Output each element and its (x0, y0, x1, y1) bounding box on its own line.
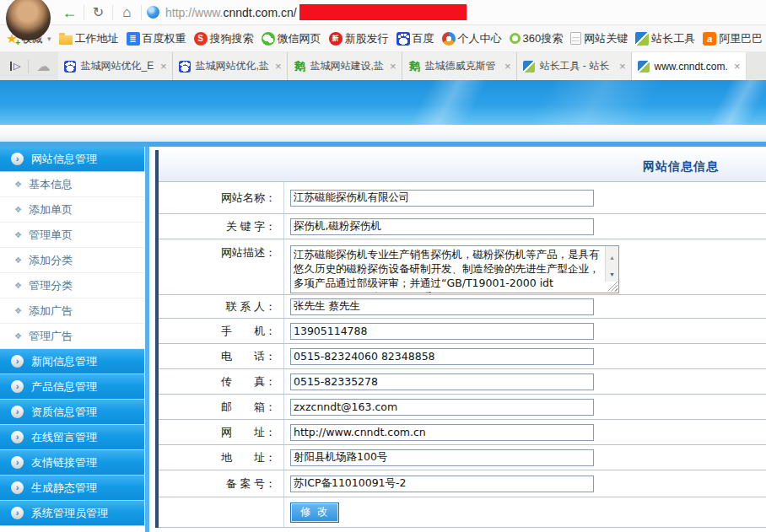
email-input[interactable] (290, 399, 594, 416)
diamond-icon: ❖ (14, 282, 22, 290)
tab-5[interactable]: 站长工具 - 站长 × (517, 52, 632, 80)
diamond-icon: ❖ (14, 256, 22, 265)
bookmark-new-stock[interactable]: 新 新股发行 (329, 31, 389, 46)
tab-6[interactable]: www.cnndt.com. × (632, 52, 747, 80)
mobile-input[interactable] (290, 323, 594, 340)
sidebar-item-basic-info[interactable]: ❖ 基本信息 (0, 172, 144, 197)
tab-4[interactable]: 鹅 盐城德威克斯管 × (402, 52, 517, 80)
field-label (159, 497, 284, 527)
chevron-down-icon[interactable]: ▾ (47, 35, 51, 43)
tab-3[interactable]: 鹅 盐城网站建设,盐 × (288, 52, 402, 80)
fax-input[interactable] (290, 373, 594, 390)
home-button[interactable]: ⌂ (113, 1, 141, 24)
bookmark-label: 百度权重 (143, 31, 186, 46)
bookmark-baidu-rank[interactable]: ≣ 百度权重 (127, 31, 186, 46)
sidebar-item-label: 管理分类 (29, 278, 73, 293)
browser-toolbar: ← ↻ ⌂ http://www.cnndt.com.cn/ (0, 0, 766, 25)
address-bar[interactable]: http://www.cnndt.com.cn/ (147, 0, 766, 25)
tab-1[interactable]: 盐城网站优化_E × (58, 52, 173, 80)
cloud-sync-icon[interactable]: ☁ (36, 60, 50, 73)
back-icon: ← (62, 5, 78, 20)
field-cell (284, 470, 766, 497)
site-description-textarea[interactable]: 江苏磁能探伤机专业生产销售探伤机，磁粉探伤机等产品，是具有悠久历史的磁粉探伤设备… (290, 245, 619, 293)
sidebar-item-friend-links-mgmt[interactable]: › 友情链接管理 (0, 450, 144, 476)
sidebar-item-news-info-mgmt[interactable]: › 新闻信息管理 (0, 349, 144, 374)
sidebar-item-label: 基本信息 (29, 177, 73, 192)
close-icon[interactable]: × (504, 61, 511, 72)
field-label: 传 真： (159, 369, 284, 394)
field-label: 邮 箱： (159, 395, 284, 419)
bookmark-360-search[interactable]: 360搜索 (510, 31, 564, 46)
sidebar-item-add-category[interactable]: ❖ 添加分类 (0, 248, 144, 273)
sidebar-item-qualification-info-mgmt[interactable]: › 资质信息管理 (0, 400, 144, 425)
collapse-tabs-icon[interactable]: ▷ (10, 62, 20, 71)
sidebar-item-product-info-mgmt[interactable]: › 产品信息管理 (0, 374, 144, 400)
form-row-email: 邮 箱： (159, 395, 766, 420)
user-center-icon (442, 32, 456, 46)
close-icon[interactable]: × (619, 61, 626, 72)
close-icon[interactable]: × (390, 61, 396, 72)
website-url-input[interactable] (290, 424, 594, 441)
back-button[interactable]: ← (56, 1, 84, 24)
circle-arrow-icon: › (11, 431, 24, 443)
icp-number-input[interactable] (290, 476, 594, 492)
scroll-down-icon[interactable] (609, 265, 615, 280)
baidu-icon (64, 61, 76, 73)
address-input[interactable] (290, 449, 594, 466)
circle-arrow-icon: › (11, 153, 24, 165)
alibaba-icon: a (703, 32, 716, 46)
goose-icon: 鹅 (294, 61, 305, 73)
close-icon[interactable]: × (160, 61, 167, 72)
close-icon[interactable]: × (275, 61, 282, 72)
tab-label: www.cnndt.com. (654, 61, 729, 73)
page-content: › 网站信息管理 ❖ 基本信息 ❖ 添加单页 ❖ 管理单页 ❖ 添加分类 ❖ 管… (0, 147, 766, 532)
close-icon[interactable]: × (734, 61, 741, 72)
bookmark-alibaba[interactable]: a 阿里巴巴 (703, 31, 763, 46)
bookmark-baidu[interactable]: 百度 (396, 31, 434, 46)
sidebar-item-manage-ad[interactable]: ❖ 管理广告 (0, 324, 144, 349)
url-host: cnndt.com.cn/ (223, 6, 296, 19)
sidebar-item-manage-page[interactable]: ❖ 管理单页 (0, 223, 144, 248)
bookmark-chinaz[interactable]: 站长工具 (635, 31, 695, 46)
bookmark-folder[interactable]: 工作地址 (59, 31, 119, 46)
sidebar-section-label: 生成静态管理 (31, 481, 97, 496)
sidebar-item-manage-category[interactable]: ❖ 管理分类 (0, 273, 144, 298)
modify-button[interactable]: 修 改 (290, 502, 339, 523)
tab-label: 盐城德威克斯管 (424, 59, 499, 73)
circle-arrow-icon: › (11, 355, 24, 368)
field-cell (284, 445, 766, 470)
sidebar-item-system-admin-mgmt[interactable]: › 系统管理员管理 (0, 501, 144, 526)
form-row-website-url: 网 址： (159, 420, 766, 445)
bookmark-wechat[interactable]: 微信网页 (262, 31, 321, 46)
tab-2[interactable]: 盐城网站优化,盐 × (173, 52, 288, 80)
browser-window: ← ↻ ⌂ http://www.cnndt.com.cn/ ★ 收藏 ▾ 工作… (0, 0, 766, 532)
bookmark-webpage[interactable]: 网站关键 (570, 31, 628, 46)
textarea-scrollbar[interactable] (605, 246, 618, 282)
field-cell (284, 182, 766, 213)
new-stock-icon: 新 (329, 32, 343, 46)
bookmark-user-center[interactable]: 个人中心 (442, 31, 502, 46)
contact-person-input[interactable] (290, 298, 594, 315)
telephone-input[interactable] (290, 348, 594, 365)
reload-icon: ↻ (93, 6, 104, 19)
circle-arrow-icon: › (11, 456, 24, 469)
sidebar-item-add-ad[interactable]: ❖ 添加广告 (0, 298, 144, 324)
resize-grip-icon[interactable] (607, 282, 618, 292)
field-cell (284, 420, 766, 444)
site-icon (147, 6, 159, 19)
sidebar-item-site-info-mgmt[interactable]: › 网站信息管理 (0, 147, 144, 172)
site-name-input[interactable] (290, 190, 594, 207)
sidebar-item-static-gen-mgmt[interactable]: › 生成静态管理 (0, 476, 144, 501)
diamond-icon: ❖ (14, 332, 22, 341)
field-label: 备 案 号： (159, 470, 284, 497)
bookmark-label: 新股发行 (345, 31, 389, 46)
diamond-icon: ❖ (14, 231, 22, 239)
sidebar-item-add-page[interactable]: ❖ 添加单页 (0, 197, 144, 223)
bookmark-sogou[interactable]: S 搜狗搜索 (194, 31, 254, 46)
scroll-up-icon[interactable] (609, 248, 615, 263)
keywords-input[interactable] (290, 218, 594, 235)
reload-button[interactable]: ↻ (84, 1, 112, 24)
bookmark-label: 工作地址 (75, 31, 119, 46)
sidebar-item-online-message-mgmt[interactable]: › 在线留言管理 (0, 425, 144, 450)
sidebar: › 网站信息管理 ❖ 基本信息 ❖ 添加单页 ❖ 管理单页 ❖ 添加分类 ❖ 管… (0, 147, 144, 532)
